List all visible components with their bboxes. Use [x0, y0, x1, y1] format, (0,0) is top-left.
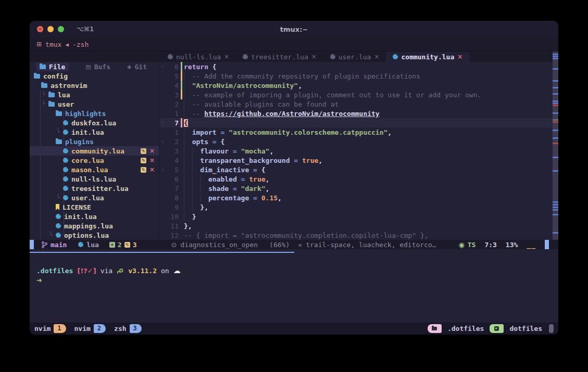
code-line: 1▏ -- https://github.com/AstroNvim/astro…: [159, 109, 558, 118]
tree-item-treesitter.lua[interactable]: treesitter.lua: [30, 184, 159, 193]
code-text: ▏ opts = {: [184, 138, 224, 146]
code-token: ,: [318, 157, 322, 164]
code-token: -- example of imporing a plugin, comment…: [192, 91, 482, 99]
line-number: 1: [166, 110, 179, 118]
titlebar[interactable]: ⌥⌘1 tmux:~: [30, 21, 558, 37]
scrollbar[interactable]: [553, 52, 558, 240]
editor[interactable]: ˅6return {5▏ -- Add the community reposi…: [159, 62, 558, 240]
line-number: 7: [166, 119, 179, 127]
code-token: ,: [266, 175, 270, 183]
scroll-percent: 13%: [506, 241, 518, 249]
code-token: ▏ ▏: [184, 203, 200, 211]
statusline: main lua + 2 ✎ 3 ⊙ diagnostics_on_open (…: [30, 240, 558, 249]
modified-icon: ✎: [141, 158, 146, 163]
tree-item-highlights[interactable]: highlights: [30, 109, 159, 118]
line-number: 7: [166, 185, 179, 193]
tmux-window-index: 3: [130, 324, 142, 333]
lua-file-icon: [330, 54, 335, 59]
git-branch-name: main: [51, 241, 67, 249]
shell-pane[interactable]: .dotfiles [!?✓] via v3.11.2 on ☁ ➜: [30, 249, 558, 323]
tmux-window-zsh-3[interactable]: zsh3: [114, 324, 142, 333]
lua-icon: [56, 223, 61, 228]
code-token: ▏: [184, 100, 192, 108]
fold-icon[interactable]: ˅: [159, 64, 166, 70]
code-line: 12-- { import = "astrocommunity.completi…: [159, 230, 558, 240]
cursor-position: 7:3: [484, 241, 496, 249]
lua-file-icon: [243, 54, 248, 59]
tree-item-options.lua[interactable]: └options.lua: [30, 230, 159, 240]
tmux-window-nvim-2[interactable]: nvim2: [74, 324, 106, 333]
neotree-tab-file[interactable]: File: [36, 62, 69, 71]
tree-item-lua[interactable]: └lua: [30, 90, 159, 99]
prompt-input-line[interactable]: ➜: [36, 276, 42, 284]
tree-item-label: duskfox.lua: [71, 119, 116, 127]
tree-item-label: lua: [58, 91, 70, 99]
tree-item-init.lua[interactable]: init.lua: [30, 212, 159, 221]
tree-item-LICENSE[interactable]: LICENSE: [30, 202, 159, 212]
tree-item-null-ls.lua[interactable]: null-ls.lua: [30, 174, 159, 184]
unsaved-close-icon[interactable]: ×: [149, 147, 155, 155]
code-token: ▏: [184, 91, 192, 99]
lsp-progress-message: diagnostics_on_open: [180, 241, 258, 249]
fold-icon[interactable]: ˅: [159, 120, 166, 126]
fold-icon[interactable]: ˅: [159, 167, 166, 173]
git-sign: [179, 137, 184, 146]
tree-item-user[interactable]: └user: [30, 99, 159, 109]
tree-item-astronvim[interactable]: astronvim: [30, 81, 159, 90]
treesitter-indicator: ◉ TS: [458, 241, 476, 249]
git-sign: [179, 193, 184, 202]
buffer-tab-treesitter.lua[interactable]: treesitter.lua×: [236, 52, 323, 62]
code-token: =: [229, 185, 241, 193]
unsaved-close-icon[interactable]: ×: [149, 166, 155, 173]
line-number: 8: [166, 194, 179, 202]
git-sign: [179, 184, 184, 193]
tree-item-label: LICENSE: [62, 203, 91, 211]
buffer-close-icon[interactable]: ×: [224, 53, 229, 60]
tree-item-user.lua[interactable]: └user.lua: [30, 193, 159, 202]
git-sign: [179, 81, 184, 90]
buffer-close-icon[interactable]: ×: [311, 53, 317, 60]
tree-item-community.lua[interactable]: community.lua✎×: [30, 146, 159, 156]
maximize-window-button[interactable]: [58, 26, 64, 32]
line-number: 11: [166, 222, 179, 230]
lua-icon: [63, 167, 68, 172]
tree-item-plugins[interactable]: plugins: [30, 137, 159, 146]
tmux-host-label: dotfiles: [509, 325, 542, 332]
neotree-tab-bufs[interactable]: ▤Bufs: [85, 63, 110, 71]
tmux-status-right: .dotfiles dotfiles: [428, 324, 554, 333]
tmux-window-nvim-1[interactable]: nvim1: [34, 324, 66, 333]
shell-prompt: .dotfiles [!?✓] via v3.11.2 on ☁: [36, 266, 181, 275]
code-text: ▏ -- example of imporing a plugin, comme…: [184, 91, 481, 99]
tree-item-duskfox.lua[interactable]: duskfox.lua: [30, 118, 159, 127]
tmux-separator-icon: ◂: [65, 41, 69, 48]
buffer-tab-null-ls.lua[interactable]: null-ls.lua×: [161, 52, 236, 62]
neotree-tab-label: File: [49, 63, 65, 71]
tree-item-label: user.lua: [71, 194, 104, 202]
buffer-tab-user.lua[interactable]: user.lua×: [323, 52, 386, 62]
code-token: "mocha": [241, 147, 270, 155]
tree-item-config[interactable]: config: [30, 71, 159, 81]
git-sign: [179, 165, 184, 174]
fold-icon[interactable]: ˅: [159, 139, 166, 145]
formatter-icon: «: [298, 241, 302, 249]
bufs-icon: ▤: [85, 63, 91, 70]
tree-item-init.lua[interactable]: └init.lua: [30, 127, 159, 137]
git-branch[interactable]: main: [42, 241, 67, 249]
tmux-pane-border[interactable]: [30, 252, 294, 253]
tree-item-mason.lua[interactable]: mason.lua✎×: [30, 165, 159, 174]
line-number: 5: [166, 166, 179, 174]
buffer-close-icon[interactable]: ×: [457, 53, 462, 60]
scrollbar-mark: [553, 170, 558, 172]
code-text: ▏ ▏ transparent_background = true,: [184, 157, 322, 164]
line-number: 3: [166, 91, 179, 99]
unsaved-close-icon[interactable]: ×: [149, 157, 155, 164]
buffer-close-icon[interactable]: ×: [374, 53, 379, 60]
tree-item-core.lua[interactable]: core.lua✎×: [30, 156, 159, 165]
buffer-tab-community.lua[interactable]: community.lua×: [386, 52, 469, 62]
minimize-window-button[interactable]: [47, 26, 54, 32]
tree-item-mappings.lua[interactable]: mappings.lua: [30, 221, 159, 230]
close-window-button[interactable]: [37, 26, 43, 32]
neotree-tab-git[interactable]: ◈Git: [127, 63, 147, 71]
tmux-session-label[interactable]: .dotfiles: [447, 325, 484, 332]
scrollbar-mark: [553, 214, 558, 215]
